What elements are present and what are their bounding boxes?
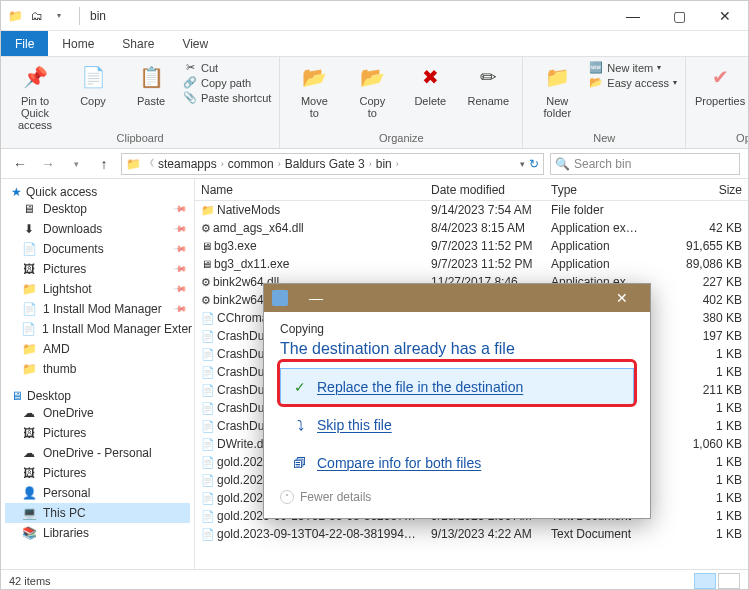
- item-count: 42 items: [9, 575, 51, 587]
- sidebar-item[interactable]: 🖼Pictures: [5, 463, 190, 483]
- file-icon: 📄: [201, 438, 215, 450]
- nav-icon: 👤: [21, 486, 37, 500]
- tab-view[interactable]: View: [168, 31, 222, 56]
- copy-to-button[interactable]: 📂Copy to: [346, 61, 398, 132]
- dialog-close-button[interactable]: ✕: [602, 284, 642, 312]
- table-row[interactable]: 📁NativeMods9/14/2023 7:54 AMFile folder: [195, 201, 748, 219]
- tab-share[interactable]: Share: [108, 31, 168, 56]
- skip-option[interactable]: ⤵ Skip this file: [280, 406, 634, 444]
- titlebar: 📁 🗂 ▾ bin — ▢ ✕: [1, 1, 748, 31]
- dialog-subtitle: Copying: [280, 322, 634, 336]
- sidebar-item[interactable]: 🖼Pictures: [5, 423, 190, 443]
- path-icon: 🔗: [183, 76, 197, 89]
- dialog-heading: The destination already has a file: [280, 340, 634, 358]
- navigation-pane[interactable]: ★Quick access 🖥Desktop⬇Downloads📄Documen…: [1, 179, 195, 569]
- file-icon: 📄: [201, 492, 215, 504]
- file-icon: 📄: [201, 384, 215, 396]
- properties-button[interactable]: ✔Properties: [694, 61, 746, 132]
- close-button[interactable]: ✕: [702, 1, 748, 31]
- back-button[interactable]: ←: [9, 153, 31, 175]
- folder-icon: 🖼: [21, 262, 37, 276]
- sidebar-item[interactable]: 📄Documents: [5, 239, 190, 259]
- tab-home[interactable]: Home: [48, 31, 108, 56]
- paste-shortcut-button[interactable]: 📎Paste shortcut: [183, 91, 271, 104]
- maximize-button[interactable]: ▢: [656, 1, 702, 31]
- file-icon: 📄: [201, 528, 215, 540]
- cut-button[interactable]: ✂Cut: [183, 61, 271, 74]
- folder-icon: 📁: [126, 157, 141, 171]
- file-icon: 📄: [201, 366, 215, 378]
- paste-button[interactable]: 📋Paste: [125, 61, 177, 132]
- file-icon: 🖥: [201, 240, 212, 252]
- table-row[interactable]: 🖥bg3.exe9/7/2023 11:52 PMApplication91,6…: [195, 237, 748, 255]
- sidebar-item[interactable]: 🖼Pictures: [5, 259, 190, 279]
- window-title: bin: [86, 9, 106, 23]
- ribbon: 📌Pin to Quick access 📄Copy 📋Paste ✂Cut 🔗…: [1, 57, 748, 149]
- tab-file[interactable]: File: [1, 31, 48, 56]
- compare-option[interactable]: 🗊 Compare info for both files: [280, 444, 634, 482]
- forward-button[interactable]: →: [37, 153, 59, 175]
- group-label-open: Open: [694, 132, 749, 146]
- view-details-button[interactable]: [694, 573, 716, 589]
- qat-icon[interactable]: 🗂: [29, 8, 45, 24]
- sidebar-item[interactable]: ☁OneDrive - Personal: [5, 443, 190, 463]
- shortcut-icon: 📎: [183, 91, 197, 104]
- sidebar-item[interactable]: 📁Lightshot: [5, 279, 190, 299]
- file-icon: 📄: [201, 456, 215, 468]
- delete-button[interactable]: ✖Delete: [404, 61, 456, 132]
- dialog-icon: [272, 290, 288, 306]
- sidebar-item[interactable]: ☁OneDrive: [5, 403, 190, 423]
- recent-dropdown[interactable]: ▾: [65, 153, 87, 175]
- qat-dropdown-icon[interactable]: ▾: [51, 8, 67, 24]
- new-item-button[interactable]: 🆕New item▾: [589, 61, 677, 74]
- sidebar-item[interactable]: ⬇Downloads: [5, 219, 190, 239]
- view-icons-button[interactable]: [718, 573, 740, 589]
- folder-icon: 📁: [21, 342, 37, 356]
- sidebar-item[interactable]: 📁AMD: [5, 339, 190, 359]
- nav-icon: 🖼: [21, 466, 37, 480]
- file-icon: ⚙: [201, 222, 211, 234]
- breadcrumb[interactable]: 📁 《 steamapps› common› Baldurs Gate 3› b…: [121, 153, 544, 175]
- file-icon: 📄: [201, 330, 215, 342]
- column-headers[interactable]: Name Date modified Type Size: [195, 179, 748, 201]
- easy-access-button[interactable]: 📂Easy access▾: [589, 76, 677, 89]
- search-input[interactable]: 🔍 Search bin: [550, 153, 740, 175]
- sidebar-item[interactable]: 📁thumb: [5, 359, 190, 379]
- folder-icon: 📄: [21, 242, 37, 256]
- group-label-organize: Organize: [288, 132, 514, 146]
- pin-quick-access-button[interactable]: 📌Pin to Quick access: [9, 61, 61, 132]
- check-icon: ✓: [291, 379, 309, 395]
- up-button[interactable]: ↑: [93, 153, 115, 175]
- copy-path-button[interactable]: 🔗Copy path: [183, 76, 271, 89]
- fewer-details-toggle[interactable]: ˄ Fewer details: [280, 490, 634, 504]
- folder-icon: 📁: [21, 282, 37, 296]
- copy-button[interactable]: 📄Copy: [67, 61, 119, 132]
- dialog-titlebar[interactable]: — ✕: [264, 284, 650, 312]
- nav-icon: 🖼: [21, 426, 37, 440]
- nav-icon: ☁: [21, 406, 37, 420]
- sidebar-item[interactable]: 🖥Desktop: [5, 199, 190, 219]
- table-row[interactable]: 🖥bg3_dx11.exe9/7/2023 11:52 PMApplicatio…: [195, 255, 748, 273]
- replace-option[interactable]: ✓ Replace the file in the destination: [280, 368, 634, 406]
- address-bar: ← → ▾ ↑ 📁 《 steamapps› common› Baldurs G…: [1, 149, 748, 179]
- quick-access-header[interactable]: ★Quick access: [5, 185, 190, 199]
- dialog-minimize-button[interactable]: —: [296, 284, 336, 312]
- minimize-button[interactable]: —: [610, 1, 656, 31]
- folder-icon: 📄: [21, 322, 36, 336]
- rename-button[interactable]: ✏Rename: [462, 61, 514, 132]
- sidebar-item[interactable]: 📄1 Install Mod Manager Exter: [5, 319, 190, 339]
- sidebar-item[interactable]: 📄1 Install Mod Manager: [5, 299, 190, 319]
- sidebar-item[interactable]: 📚Libraries: [5, 523, 190, 543]
- move-to-button[interactable]: 📂Move to: [288, 61, 340, 132]
- file-icon: 📁: [201, 204, 215, 216]
- desktop-header[interactable]: 🖥Desktop: [5, 389, 190, 403]
- folder-icon: 🖥: [21, 202, 37, 216]
- sidebar-item[interactable]: 💻This PC: [5, 503, 190, 523]
- table-row[interactable]: 📄gold.2023-09-13T04-22-08-381994.log9/13…: [195, 525, 748, 543]
- new-folder-button[interactable]: 📁New folder: [531, 61, 583, 132]
- sidebar-item[interactable]: 👤Personal: [5, 483, 190, 503]
- file-icon: ⚙: [201, 276, 211, 288]
- compare-icon: 🗊: [291, 455, 309, 471]
- folder-icon: 📁: [7, 8, 23, 24]
- table-row[interactable]: ⚙amd_ags_x64.dll8/4/2023 8:15 AMApplicat…: [195, 219, 748, 237]
